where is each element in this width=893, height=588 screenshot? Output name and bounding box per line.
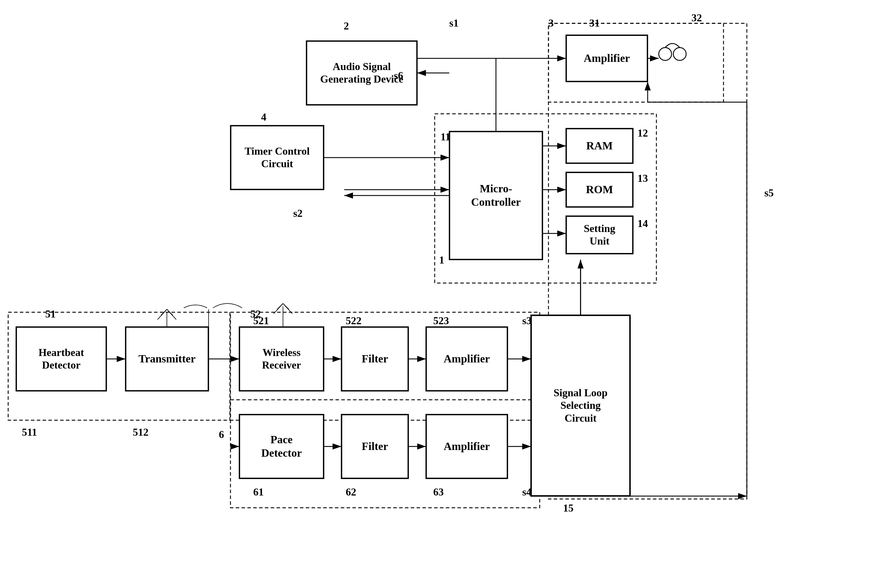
label-31: 31: [589, 17, 600, 29]
signal-loop-selecting-circuit: Signal Loop Selecting Circuit: [531, 315, 630, 496]
svg-line-55: [283, 304, 289, 309]
label-1: 1: [439, 254, 444, 266]
label-13: 13: [637, 172, 648, 184]
label-s3: s3: [522, 314, 532, 327]
setting-unit: Setting Unit: [566, 216, 633, 254]
filter-bot: Filter: [341, 414, 409, 478]
svg-line-52: [167, 309, 176, 320]
label-511: 511: [22, 426, 37, 438]
svg-line-56: [274, 304, 283, 314]
label-521: 521: [253, 314, 269, 327]
label-63: 63: [433, 486, 444, 498]
pace-detector: Pace Detector: [239, 414, 324, 478]
label-4: 4: [261, 111, 266, 123]
svg-line-57: [283, 304, 292, 314]
amplifier-mid: Amplifier: [426, 327, 508, 391]
label-14: 14: [637, 217, 648, 230]
schematic-svg: [0, 0, 893, 588]
label-62: 62: [346, 486, 356, 498]
timer-control-circuit: Timer Control Circuit: [230, 125, 324, 189]
label-2: 2: [344, 20, 349, 32]
svg-point-23: [674, 48, 686, 60]
label-15: 15: [563, 502, 574, 514]
label-32: 32: [692, 12, 702, 24]
filter-top: Filter: [341, 327, 409, 391]
label-522: 522: [346, 314, 361, 327]
label-s2: s2: [293, 207, 302, 220]
svg-line-50: [167, 309, 173, 315]
amplifier-top: Amplifier: [566, 35, 648, 82]
transmitter: Transmitter: [125, 327, 209, 391]
amplifier-bot: Amplifier: [426, 414, 508, 478]
diagram: Audio Signal Generating Device Amplifier…: [0, 0, 893, 588]
label-3: 3: [549, 17, 554, 29]
label-523: 523: [433, 314, 449, 327]
microcontroller: Micro- Controller: [449, 131, 543, 260]
wireless-receiver: Wireless Receiver: [239, 327, 324, 391]
svg-line-51: [158, 309, 167, 320]
label-s4: s4: [522, 486, 532, 498]
label-s1: s1: [449, 17, 459, 29]
label-512: 512: [133, 426, 149, 438]
heartbeat-detector: Heartbeat Detector: [16, 327, 107, 391]
label-11: 11: [440, 131, 450, 143]
label-6: 6: [219, 429, 224, 441]
rom: ROM: [566, 172, 633, 207]
label-12: 12: [637, 127, 648, 139]
label-51: 51: [45, 308, 56, 320]
svg-point-22: [659, 48, 672, 60]
label-s6: s6: [394, 69, 403, 82]
svg-line-49: [161, 309, 167, 315]
ram: RAM: [566, 128, 633, 163]
svg-line-54: [277, 304, 283, 309]
label-61: 61: [253, 486, 264, 498]
label-s5: s5: [764, 187, 774, 199]
